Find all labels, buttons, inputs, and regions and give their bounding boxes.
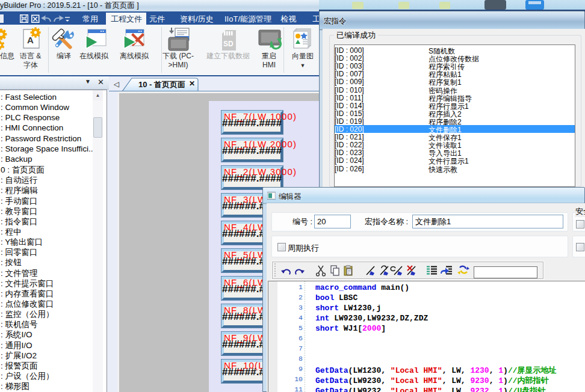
- svg-text:SD: SD: [223, 40, 234, 48]
